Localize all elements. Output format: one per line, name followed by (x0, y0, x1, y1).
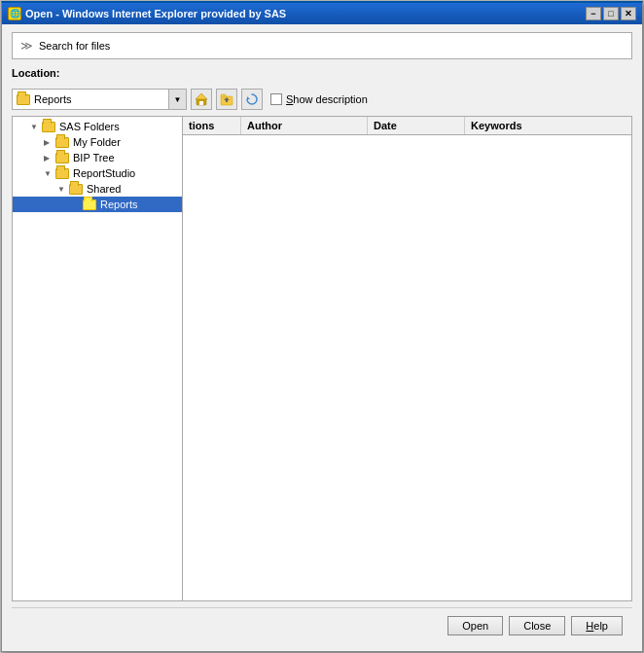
col-header-keywords[interactable]: Keywords (465, 117, 631, 134)
col-label: Keywords (471, 120, 522, 131)
location-dropdown-inner: Reports (13, 93, 168, 105)
search-label: Search for files (39, 40, 110, 52)
folder-icon (69, 184, 83, 195)
tree-label: Shared (87, 183, 121, 195)
col-header-author[interactable]: Author (241, 117, 368, 134)
search-expand-icon: ≫ (20, 39, 33, 53)
toolbar-row: Reports ▼ (12, 89, 632, 110)
location-row: Location: (12, 67, 632, 79)
close-button[interactable]: ✕ (621, 7, 636, 20)
title-bar: 🌐 Open - Windows Internet Explorer provi… (2, 3, 642, 24)
tree-label: My Folder (73, 136, 121, 148)
svg-rect-2 (199, 101, 203, 105)
tree-panel: ▼ SAS Folders ▶ My Folder ▶ BIP Tree ▼ (13, 117, 183, 600)
folder-icon (55, 168, 69, 179)
col-label: tions (189, 120, 214, 131)
show-description-label: Show description (286, 93, 368, 105)
tree-item-reports[interactable]: Reports (13, 197, 182, 212)
home-icon (195, 92, 208, 106)
folder-icon (55, 153, 69, 163)
folder-icon (83, 200, 96, 210)
maximize-button[interactable]: □ (603, 7, 619, 20)
tree-item-reportstudio[interactable]: ▼ ReportStudio (13, 165, 182, 181)
help-button[interactable]: Help (571, 616, 623, 635)
tree-item-bip-tree[interactable]: ▶ BIP Tree (13, 150, 182, 165)
expand-icon: ▶ (44, 138, 52, 147)
location-dropdown[interactable]: Reports ▼ (12, 89, 187, 110)
folder-up-icon (220, 92, 233, 106)
expand-icon: ▼ (57, 185, 65, 194)
file-header: tions Author Date Keywords (183, 117, 631, 135)
main-window: 🌐 Open - Windows Internet Explorer provi… (1, 1, 643, 652)
file-panel: tions Author Date Keywords (183, 117, 631, 600)
location-label: Location: (12, 67, 60, 79)
window-title: Open - Windows Internet Explorer provide… (25, 8, 286, 19)
tree-item-my-folder[interactable]: ▶ My Folder (13, 134, 182, 150)
show-description-container: Show description (270, 93, 368, 105)
folder-icon (17, 94, 30, 105)
col-label: Author (247, 120, 282, 131)
open-button[interactable]: Open (447, 616, 503, 635)
refresh-icon (245, 92, 259, 106)
home-button[interactable] (191, 89, 212, 110)
expand-icon: ▶ (44, 154, 52, 163)
svg-marker-1 (196, 93, 207, 99)
title-bar-controls: − □ ✕ (586, 7, 636, 20)
main-area: ▼ SAS Folders ▶ My Folder ▶ BIP Tree ▼ (12, 116, 632, 601)
svg-marker-6 (247, 96, 250, 99)
col-header-date[interactable]: Date (368, 117, 465, 134)
location-selected: Reports (34, 93, 72, 105)
folder-up-button[interactable] (216, 89, 237, 110)
dialog-content: ≫ Search for files Location: Reports ▼ (2, 24, 642, 651)
close-button[interactable]: Close (509, 616, 565, 635)
tree-label: BIP Tree (73, 152, 115, 163)
dropdown-arrow-icon[interactable]: ▼ (168, 90, 186, 109)
folder-icon (55, 137, 69, 148)
tree-item-shared[interactable]: ▼ Shared (13, 181, 182, 197)
expand-icon: ▼ (30, 123, 38, 131)
tree-label: ReportStudio (73, 167, 135, 179)
expand-icon: ▼ (44, 169, 52, 178)
search-bar[interactable]: ≫ Search for files (12, 32, 632, 59)
app-icon: 🌐 (8, 7, 21, 20)
file-list (183, 135, 631, 600)
folder-icon (42, 122, 55, 132)
show-description-checkbox[interactable] (270, 93, 282, 105)
tree-label: Reports (100, 199, 138, 210)
svg-rect-4 (221, 94, 226, 97)
col-header-desc[interactable]: tions (183, 117, 241, 134)
tree-label: SAS Folders (59, 121, 120, 132)
tree-item-sas-folders[interactable]: ▼ SAS Folders (13, 119, 182, 134)
col-label: Date (374, 120, 397, 131)
refresh-button[interactable] (241, 89, 263, 110)
minimize-button[interactable]: − (586, 7, 601, 20)
title-bar-left: 🌐 Open - Windows Internet Explorer provi… (8, 7, 286, 20)
help-underline: H (586, 620, 593, 632)
show-desc-underline: S (286, 93, 293, 105)
bottom-bar: Open Close Help (12, 607, 632, 643)
